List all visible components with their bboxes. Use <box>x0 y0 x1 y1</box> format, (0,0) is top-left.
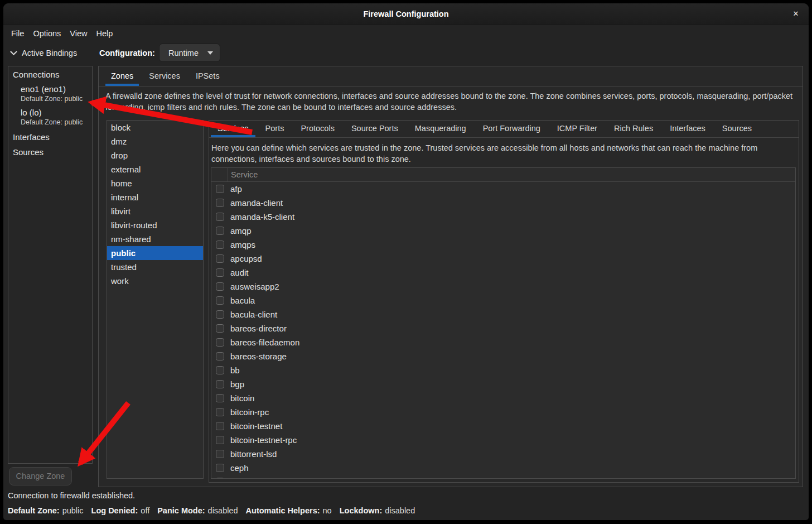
zone-tab-port-forwarding[interactable]: Port Forwarding <box>475 121 549 137</box>
service-name[interactable]: apcupsd <box>224 252 262 266</box>
checkbox-bacula-client[interactable] <box>216 310 224 319</box>
checkbox-bareos-storage[interactable] <box>216 352 224 360</box>
zone-item-nm-shared[interactable]: nm-shared <box>107 232 203 246</box>
checkbox-audit[interactable] <box>216 268 224 277</box>
checkbox-bittorrent-lsd[interactable] <box>216 450 224 458</box>
connections-list: eno1 (eno1)Default Zone: publiclo (lo)De… <box>8 84 92 127</box>
checkbox-ausweisapp2[interactable] <box>216 282 224 291</box>
service-name[interactable]: bareos-storage <box>224 349 287 363</box>
connection-name: lo (lo) <box>21 107 92 118</box>
zone-tab-source-ports[interactable]: Source Ports <box>343 121 407 137</box>
status-default-zone-: Default Zone:public <box>8 506 84 516</box>
zone-item-external[interactable]: external <box>107 162 203 176</box>
service-column-header[interactable]: Service <box>228 168 795 181</box>
table-row: bitcoin-testnet <box>211 419 795 433</box>
zone-tab-ports[interactable]: Ports <box>257 121 293 137</box>
connection-default-zone: Default Zone: public <box>21 118 92 127</box>
checkbox-bitcoin-testnet[interactable] <box>216 422 224 430</box>
connection-item[interactable]: lo (lo)Default Zone: public <box>21 107 92 127</box>
checkbox-ceph[interactable] <box>216 464 224 472</box>
table-row: bitcoin-rpc <box>211 405 795 419</box>
menu-options[interactable]: Options <box>28 26 65 41</box>
zone-tab-masquerading[interactable]: Masquerading <box>407 121 475 137</box>
service-name[interactable]: amanda-client <box>224 196 283 210</box>
checkbox-afp[interactable] <box>216 185 224 193</box>
checkbox-amqp[interactable] <box>216 227 224 235</box>
checkbox-bitcoin-rpc[interactable] <box>216 408 224 416</box>
service-name[interactable]: bareos-director <box>224 321 287 335</box>
tab-zones[interactable]: Zones <box>103 66 141 86</box>
service-name[interactable]: afp <box>224 182 242 196</box>
checkbox-bgp[interactable] <box>216 380 224 388</box>
tab-ipsets[interactable]: IPSets <box>188 66 228 86</box>
configuration-value: Runtime <box>168 49 199 57</box>
zone-tab-sources[interactable]: Sources <box>714 121 760 137</box>
service-name[interactable]: bitcoin-testnet-rpc <box>224 433 297 447</box>
zone-item-internal[interactable]: internal <box>107 190 203 204</box>
service-name[interactable]: ceph <box>224 461 249 475</box>
service-name[interactable]: bitcoin <box>224 391 254 405</box>
service-name[interactable]: bitcoin-rpc <box>224 405 269 419</box>
zone-item-dmz[interactable]: dmz <box>107 134 203 148</box>
checkbox-bareos-director[interactable] <box>216 324 224 333</box>
close-icon[interactable]: ✕ <box>790 8 801 20</box>
menu-help[interactable]: Help <box>92 26 118 41</box>
checkbox-bitcoin[interactable] <box>216 394 224 402</box>
table-row-partial <box>211 475 795 479</box>
service-name[interactable]: bacula-client <box>224 307 277 321</box>
service-name[interactable]: bgp <box>224 377 244 391</box>
zone-item-public[interactable]: public <box>107 246 203 260</box>
zone-item-block[interactable]: block <box>107 121 203 134</box>
titlebar[interactable]: Firewall Configuration ✕ <box>3 3 809 25</box>
checkbox-amqps[interactable] <box>216 241 224 249</box>
service-name[interactable]: bittorrent-lsd <box>224 447 277 461</box>
sidebar-item-connections[interactable]: Connections <box>13 69 92 80</box>
checkbox-partial[interactable] <box>216 478 224 479</box>
change-zone-button[interactable]: Change Zone <box>9 467 72 485</box>
service-name[interactable]: amqps <box>224 238 255 252</box>
tab-services[interactable]: Services <box>141 66 188 86</box>
service-name[interactable]: amqp <box>224 224 252 238</box>
zone-item-home[interactable]: home <box>107 176 203 190</box>
service-name[interactable]: bb <box>224 363 240 377</box>
service-name[interactable]: amanda-k5-client <box>224 210 294 224</box>
table-row: apcupsd <box>211 252 795 266</box>
zone-tab-icmp-filter[interactable]: ICMP Filter <box>549 121 606 137</box>
zone-item-libvirt[interactable]: libvirt <box>107 204 203 218</box>
checkbox-apcupsd[interactable] <box>216 254 224 263</box>
checkbox-bitcoin-testnet-rpc[interactable] <box>216 436 224 444</box>
menu-file[interactable]: File <box>7 26 28 41</box>
checkbox-amanda-k5-client[interactable] <box>216 213 224 221</box>
checkbox-bb[interactable] <box>216 366 224 374</box>
configuration-dropdown[interactable]: Runtime <box>159 44 220 62</box>
table-row: amanda-client <box>211 196 795 210</box>
menu-view[interactable]: View <box>65 26 91 41</box>
zone-item-libvirt-routed[interactable]: libvirt-routed <box>107 218 203 232</box>
checkbox-amanda-client[interactable] <box>216 199 224 207</box>
service-name[interactable]: bacula <box>224 294 255 307</box>
service-name[interactable]: bitcoin-testnet <box>224 419 282 433</box>
status-automatic-helpers-: Automatic Helpers:no <box>246 506 332 516</box>
service-name[interactable]: audit <box>224 266 249 280</box>
table-row: amqp <box>211 224 795 238</box>
zone-item-work[interactable]: work <box>107 274 203 288</box>
sidebar-item-interfaces[interactable]: Interfaces <box>13 132 92 142</box>
active-bindings-label: Active Bindings <box>22 49 77 57</box>
zone-tab-protocols[interactable]: Protocols <box>292 121 342 137</box>
table-row: bareos-director <box>211 321 795 335</box>
table-row: ausweisapp2 <box>211 280 795 294</box>
zone-tab-services[interactable]: Services <box>209 121 257 137</box>
connection-item[interactable]: eno1 (eno1)Default Zone: public <box>21 84 92 103</box>
zone-tab-rich-rules[interactable]: Rich Rules <box>606 121 661 137</box>
zone-item-trusted[interactable]: trusted <box>107 260 203 274</box>
zone-tab-interfaces[interactable]: Interfaces <box>661 121 714 137</box>
checkbox-bareos-filedaemon[interactable] <box>216 338 224 347</box>
zone-item-drop[interactable]: drop <box>107 148 203 162</box>
sidebar-item-sources[interactable]: Sources <box>13 147 92 157</box>
active-bindings-toggle[interactable]: Active Bindings <box>11 45 77 61</box>
table-row: bgp <box>211 377 795 391</box>
connection-default-zone: Default Zone: public <box>21 94 92 103</box>
checkbox-bacula[interactable] <box>216 296 224 305</box>
service-name[interactable]: bareos-filedaemon <box>224 335 299 349</box>
service-name[interactable]: ausweisapp2 <box>224 280 279 294</box>
